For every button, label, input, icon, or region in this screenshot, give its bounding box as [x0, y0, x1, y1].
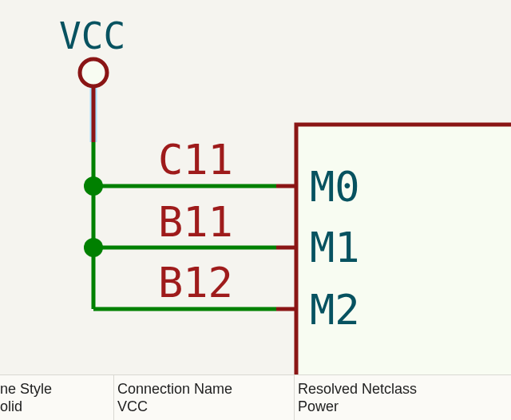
status-header-netclass: Resolved Netclass [298, 380, 511, 398]
pin-name-m0: M0 [310, 163, 360, 211]
status-bar: ne Style olid Connection Name VCC Resolv… [0, 374, 511, 420]
junction-1[interactable] [84, 176, 103, 196]
pin-name-m2: M2 [310, 286, 360, 334]
status-value-line-style: olid [0, 398, 113, 416]
pin-name-m1: M1 [310, 224, 360, 271]
status-value-netclass: Power [298, 398, 511, 416]
status-value-connection-name: VCC [117, 398, 294, 416]
pin-number-b12: B12 [158, 259, 233, 307]
junction-2[interactable] [84, 238, 103, 257]
status-col-netclass: Resolved Netclass Power [294, 375, 511, 420]
power-port-label: VCC [59, 14, 125, 57]
pin-number-b11: B11 [158, 198, 233, 246]
status-col-connection-name: Connection Name VCC [113, 375, 294, 420]
status-col-line-style: ne Style olid [0, 375, 113, 420]
status-header-connection-name: Connection Name [117, 380, 294, 398]
pin-number-c11: C11 [158, 136, 233, 184]
status-header-line-style: ne Style [0, 380, 113, 398]
power-port-circle[interactable] [80, 59, 107, 86]
schematic-canvas[interactable]: C11 B11 B12 M0 M1 M2 VCC [0, 0, 511, 420]
